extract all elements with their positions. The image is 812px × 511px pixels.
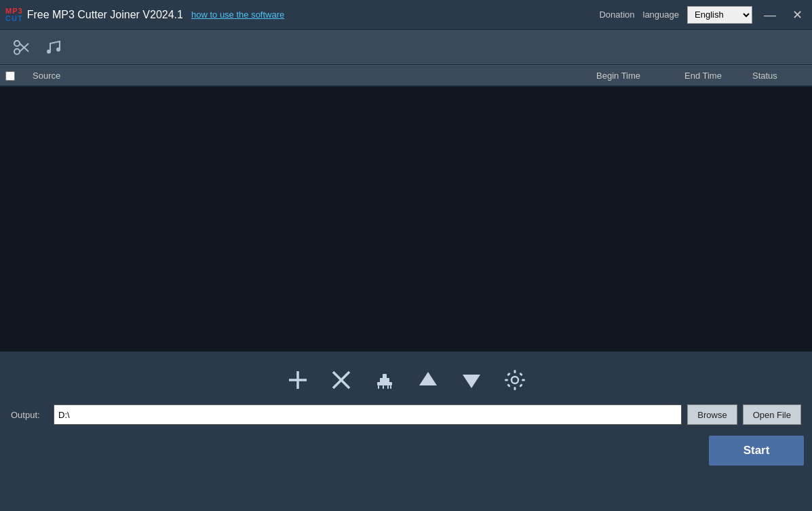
col-status-header: Status xyxy=(752,71,807,81)
music-icon xyxy=(43,38,62,57)
svg-rect-22 xyxy=(514,387,516,390)
svg-rect-14 xyxy=(378,385,379,389)
close-button[interactable]: ✕ xyxy=(788,5,807,24)
add-button[interactable] xyxy=(283,365,313,395)
toolbar xyxy=(0,30,812,65)
svg-point-20 xyxy=(511,377,518,383)
output-row: Output: Browse Open File xyxy=(0,404,812,432)
col-begin-time-header: Begin Time xyxy=(596,71,684,81)
cut-icon xyxy=(12,38,31,57)
settings-button[interactable] xyxy=(500,365,530,395)
delete-icon xyxy=(330,368,353,392)
donation-link[interactable]: Donation xyxy=(599,10,634,20)
svg-rect-28 xyxy=(519,373,523,377)
svg-marker-19 xyxy=(463,375,480,388)
svg-point-6 xyxy=(56,48,60,52)
col-checkbox xyxy=(5,71,33,81)
title-bar: MP3 CUT Free MP3 Cutter Joiner V2024.1 h… xyxy=(0,0,812,30)
toolbar-cut-button[interactable] xyxy=(8,34,35,61)
settings-icon xyxy=(503,368,526,392)
table-header: Source Begin Time End Time Status xyxy=(0,65,812,87)
start-row: Start xyxy=(0,432,812,474)
clear-icon xyxy=(373,368,396,392)
move-up-button[interactable] xyxy=(413,365,443,395)
language-select[interactable]: English Chinese French German Spanish xyxy=(687,6,752,24)
minimize-button[interactable]: — xyxy=(760,5,779,24)
svg-rect-25 xyxy=(507,373,511,377)
language-label: language xyxy=(643,10,680,20)
app-logo: MP3 CUT xyxy=(5,7,23,22)
svg-marker-18 xyxy=(419,372,437,385)
svg-rect-12 xyxy=(380,378,389,383)
svg-rect-24 xyxy=(522,379,525,381)
logo-cut: CUT xyxy=(5,15,23,22)
svg-rect-15 xyxy=(383,385,384,389)
file-list-area xyxy=(0,87,812,352)
move-up-icon xyxy=(417,368,440,392)
add-icon xyxy=(286,368,309,392)
col-end-time-header: End Time xyxy=(684,71,752,81)
title-bar-right: Donation language English Chinese French… xyxy=(599,5,807,24)
svg-rect-21 xyxy=(514,370,516,373)
clear-button[interactable] xyxy=(370,365,400,395)
move-down-button[interactable] xyxy=(457,365,486,395)
svg-rect-27 xyxy=(507,383,511,387)
action-toolbar xyxy=(0,358,812,404)
col-source-header: Source xyxy=(33,71,596,81)
svg-rect-16 xyxy=(387,385,389,389)
svg-rect-26 xyxy=(519,383,523,387)
output-path-input[interactable] xyxy=(54,404,682,425)
logo-mp3: MP3 xyxy=(5,7,23,15)
svg-rect-17 xyxy=(390,385,391,389)
svg-point-5 xyxy=(47,50,51,54)
svg-rect-13 xyxy=(383,374,387,379)
how-to-link[interactable]: how to use the software xyxy=(191,10,284,20)
select-all-checkbox[interactable] xyxy=(5,71,15,81)
svg-point-1 xyxy=(14,41,20,46)
browse-button[interactable]: Browse xyxy=(687,404,737,425)
svg-point-0 xyxy=(14,49,20,54)
toolbar-music-button[interactable] xyxy=(39,34,66,61)
svg-rect-23 xyxy=(505,379,508,381)
app-title: Free MP3 Cutter Joiner V2024.1 xyxy=(27,9,183,21)
open-file-button[interactable]: Open File xyxy=(743,404,801,425)
move-down-icon xyxy=(460,368,483,392)
output-label: Output: xyxy=(11,410,48,420)
start-button[interactable]: Start xyxy=(709,436,804,466)
bottom-controls: Output: Browse Open File Start xyxy=(0,352,812,478)
delete-button[interactable] xyxy=(326,365,356,395)
